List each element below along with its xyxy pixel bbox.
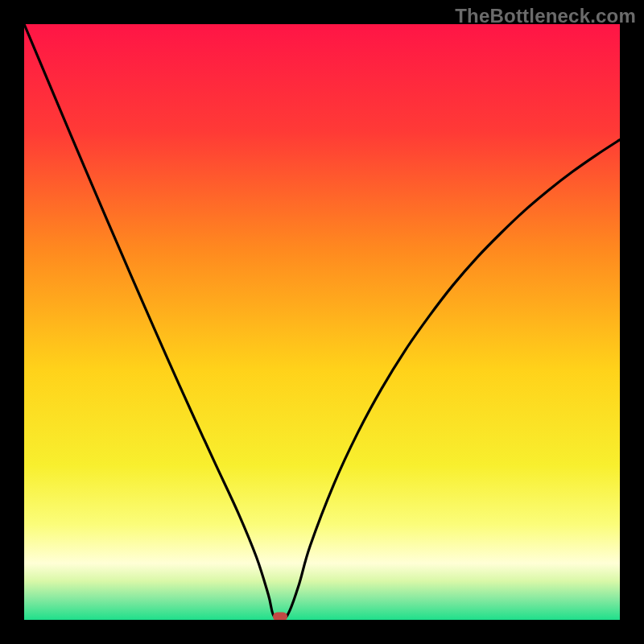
curve-layer (24, 24, 620, 620)
plot-area (24, 24, 620, 620)
chart-frame: TheBottleneck.com (0, 0, 644, 644)
watermark-text: TheBottleneck.com (455, 5, 636, 27)
optimal-marker (273, 613, 287, 620)
bottleneck-curve (24, 24, 620, 620)
